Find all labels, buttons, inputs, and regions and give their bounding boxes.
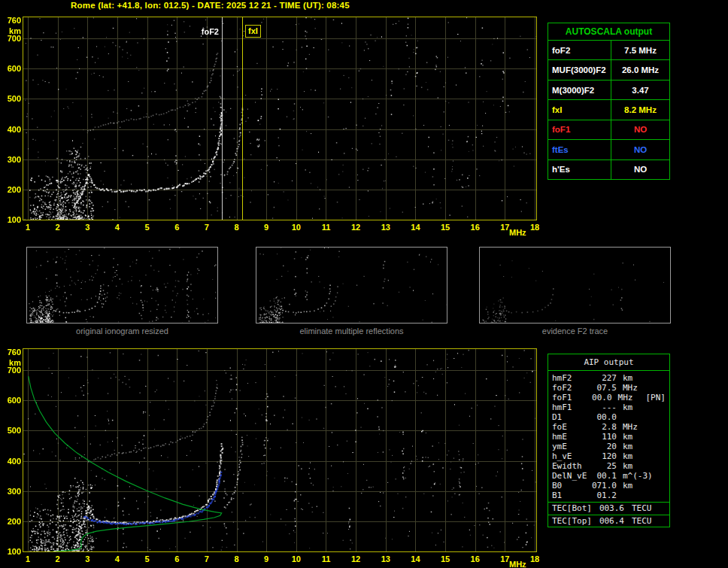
- aip-row-unit: km: [617, 402, 653, 412]
- y-tick-label: 100: [3, 547, 21, 556]
- autoscala-row: ftEsNO: [548, 140, 669, 159]
- aip-row-note: [653, 432, 666, 442]
- aip-row-note: [653, 481, 666, 491]
- autoscala-row-value: NO: [611, 140, 669, 159]
- x-tick-label: 8: [229, 223, 244, 232]
- autoscala-row: MUF(3000)F226.0 MHz: [548, 60, 669, 80]
- x-tick-label: 4: [110, 554, 125, 563]
- aip-row: foF100.0MHz[PN]: [548, 393, 669, 402]
- y-tick-label: 500: [3, 426, 21, 435]
- autoscala-row-label: MUF(3000)F2: [548, 60, 611, 79]
- thumbnail-original-ionogram: [26, 247, 218, 323]
- x-tick-label: 12: [348, 554, 363, 563]
- thumbnail-evidence-f2: [479, 247, 671, 323]
- aip-row-note: [PN]: [646, 393, 666, 402]
- aip-row-unit: km: [617, 481, 653, 491]
- thumbnail-caption-evidence: evidence F2 trace: [479, 327, 671, 336]
- top-ionogram-plot: foF2 fxI: [23, 17, 537, 220]
- fof2-marker-label: foF2: [190, 27, 219, 37]
- thumbnail-eliminate-canvas: [256, 248, 447, 323]
- aip-row-note: [653, 491, 666, 500]
- fxi-marker-label: fxI: [245, 25, 261, 38]
- autoscala-row-value: NO: [611, 160, 669, 179]
- y-tick-label: 600: [3, 396, 21, 405]
- x-tick-label: 16: [468, 223, 483, 232]
- autoscala-row-value: 7.5 MHz: [611, 41, 669, 59]
- aip-row-unit: MHz: [617, 383, 653, 393]
- y-tick-label: 200: [3, 517, 21, 526]
- aip-row-unit: km: [617, 451, 653, 461]
- autoscala-row-value: NO: [611, 120, 669, 139]
- aip-row-value: 00.1: [591, 471, 617, 481]
- aip-tec-row: TEC[Top]006.4TECU: [548, 515, 669, 527]
- autoscala-row-label: ftEs: [548, 140, 611, 159]
- x-tick-label: 5: [140, 554, 155, 563]
- aip-row-note: [653, 442, 666, 451]
- y-tick-label: 500: [3, 94, 21, 103]
- aip-row: ymE20km: [548, 442, 669, 451]
- y-tick-label: 400: [3, 125, 21, 134]
- aip-row-label: D1: [552, 412, 591, 422]
- autoscala-row-label: fxI: [548, 100, 611, 119]
- aip-row-value: 227: [591, 373, 617, 383]
- aip-row-value: 071.0: [591, 481, 617, 491]
- y-tick-label: 760: [3, 16, 21, 25]
- aip-row: B101.2: [548, 491, 669, 500]
- x-tick-label: 3: [80, 554, 95, 563]
- x-axis-unit-label: MHz: [509, 560, 526, 568]
- aip-row-unit: m^(-3): [617, 471, 653, 481]
- aip-row-unit: km: [617, 461, 653, 471]
- autoscala-app-window: Rome (lat: +41.8, lon: 012.5) - DATE: 20…: [0, 0, 728, 568]
- y-tick-label: 100: [3, 215, 21, 224]
- autoscala-row-label: M(3000)F2: [548, 80, 611, 99]
- aip-tec-value: 006.4: [597, 515, 624, 527]
- aip-tec-value: 003.6: [597, 503, 624, 515]
- aip-row-unit: km: [617, 373, 653, 383]
- aip-row-label: foF1: [552, 393, 588, 402]
- aip-row-value: 2.8: [591, 422, 617, 432]
- aip-row: B0071.0km: [548, 481, 669, 491]
- aip-row-unit: MHz: [617, 422, 653, 432]
- y-tick-label: 200: [3, 185, 21, 194]
- aip-row-unit: [617, 491, 653, 500]
- aip-row: hmF1---km: [548, 402, 669, 412]
- autoscala-row-value: 26.0 MHz: [611, 60, 669, 79]
- x-axis-unit-label: MHz: [509, 228, 526, 237]
- aip-row-label: DelN_vE: [552, 471, 591, 481]
- aip-row: foF207.5MHz: [548, 383, 669, 393]
- x-tick-label: 13: [378, 223, 393, 232]
- x-tick-label: 3: [80, 223, 95, 232]
- autoscala-row: h'EsNO: [548, 160, 669, 179]
- y-axis-unit-label: km: [3, 26, 21, 35]
- aip-row-note: [653, 451, 666, 461]
- thumbnail-eliminate-multiples: [256, 247, 447, 323]
- aip-table-rows: hmF2227kmfoF207.5MHzfoF100.0MHz[PN]hmF1-…: [548, 371, 669, 502]
- aip-row-label: Ewidth: [552, 461, 591, 471]
- autoscala-table-title: AUTOSCALA output: [548, 23, 669, 41]
- aip-table-title: AIP output: [548, 354, 669, 371]
- aip-row-value: 07.5: [591, 383, 617, 393]
- aip-tec-label: TEC[Top]: [552, 515, 597, 527]
- thumbnail-evidence-canvas: [480, 248, 670, 323]
- x-tick-label: 9: [259, 554, 274, 563]
- aip-row: hmE110km: [548, 432, 669, 442]
- aip-row-unit: [617, 412, 653, 422]
- y-tick-label: 600: [3, 64, 21, 73]
- aip-row-value: 110: [591, 432, 617, 442]
- bottom-ionogram-plot: [23, 348, 537, 552]
- aip-row-label: hmE: [552, 432, 591, 442]
- autoscala-output-table: AUTOSCALA output foF27.5 MHzMUF(3000)F22…: [548, 23, 670, 180]
- aip-tec-row: TEC[Bot]003.6TECU: [548, 503, 669, 515]
- x-tick-label: 10: [289, 223, 304, 232]
- aip-row-label: hmF1: [552, 402, 591, 412]
- thumbnail-caption-original: original ionogram resized: [26, 327, 218, 336]
- y-axis-unit-label: km: [3, 358, 21, 367]
- autoscala-row-label: foF2: [548, 41, 611, 59]
- x-tick-label: 14: [408, 554, 423, 563]
- x-tick-label: 10: [289, 554, 304, 563]
- aip-row-value: 25: [591, 461, 617, 471]
- aip-row-value: ---: [591, 402, 617, 412]
- aip-row-label: foE: [552, 422, 591, 432]
- x-tick-label: 13: [378, 554, 393, 563]
- aip-row: DelN_vE00.1m^(-3): [548, 471, 669, 481]
